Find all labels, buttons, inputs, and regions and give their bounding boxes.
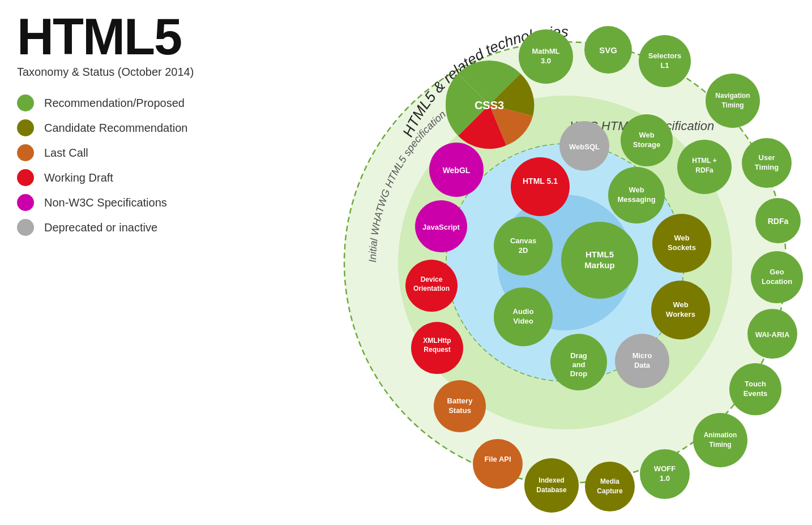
- svg-text:Indexed: Indexed: [539, 476, 564, 484]
- svg-point-67: [511, 157, 570, 216]
- legend-dot-deprecated: [17, 219, 34, 236]
- svg-text:WebSQL: WebSQL: [569, 143, 600, 151]
- svg-text:File API: File API: [484, 455, 511, 463]
- legend-label-candidate: Candidate Recommendation: [44, 122, 188, 135]
- legend-label-lastcall: Last Call: [44, 147, 88, 160]
- svg-text:Events: Events: [743, 389, 768, 398]
- svg-text:Video: Video: [513, 317, 533, 325]
- legend-dot-lastcall: [17, 144, 34, 161]
- svg-text:Timing: Timing: [755, 163, 779, 171]
- svg-text:Workers: Workers: [666, 310, 695, 319]
- svg-text:JavaScript: JavaScript: [422, 223, 460, 231]
- svg-point-16: [706, 74, 760, 128]
- svg-text:Drag: Drag: [570, 351, 587, 360]
- svg-text:Media: Media: [600, 477, 619, 485]
- svg-text:and: and: [572, 360, 585, 369]
- svg-text:Canvas: Canvas: [510, 236, 536, 245]
- svg-text:Touch: Touch: [745, 380, 766, 388]
- svg-text:Device: Device: [421, 276, 443, 283]
- svg-text:Timing: Timing: [721, 101, 743, 109]
- svg-text:Messaging: Messaging: [617, 195, 655, 204]
- svg-text:Selectors: Selectors: [648, 51, 682, 60]
- legend-item-nonw3c: Non-W3C Specifications: [17, 194, 232, 211]
- legend-dot-candidate: [17, 119, 34, 136]
- svg-text:Web: Web: [674, 234, 689, 242]
- svg-text:HTML 5.1: HTML 5.1: [523, 177, 558, 186]
- diagram: HTML5 & related technologies W3C HTML5 s…: [302, 0, 812, 525]
- svg-text:Micro: Micro: [632, 351, 652, 360]
- svg-text:3.0: 3.0: [541, 57, 551, 65]
- legend-label-deprecated: Deprecated or inactive: [44, 221, 157, 234]
- svg-text:1.0: 1.0: [660, 474, 670, 483]
- svg-point-32: [693, 413, 747, 467]
- svg-text:L1: L1: [660, 61, 669, 70]
- svg-text:Drop: Drop: [570, 369, 587, 378]
- svg-text:WAI-ARIA: WAI-ARIA: [755, 330, 790, 339]
- legend-item-working: Working Draft: [17, 169, 232, 186]
- svg-text:Location: Location: [762, 277, 792, 286]
- left-panel: HTML5 Taxonomy & Status (October 2014) R…: [17, 11, 232, 244]
- svg-text:Capture: Capture: [597, 487, 623, 495]
- svg-text:Storage: Storage: [633, 140, 660, 149]
- legend-label-working: Working Draft: [44, 171, 113, 184]
- subtitle: Taxonomy & Status (October 2014): [17, 66, 232, 79]
- svg-text:Orientation: Orientation: [413, 285, 450, 292]
- legend-label-recommendation: Recommendation/Proposed: [44, 97, 185, 110]
- svg-text:Web: Web: [629, 186, 644, 194]
- svg-point-44: [473, 439, 523, 489]
- legend-item-lastcall: Last Call: [17, 144, 232, 161]
- svg-text:Navigation: Navigation: [715, 92, 750, 100]
- svg-text:2D: 2D: [519, 246, 528, 255]
- svg-point-38: [585, 462, 635, 511]
- svg-text:RDFa: RDFa: [768, 217, 789, 226]
- main-title: HTML5: [17, 11, 232, 62]
- svg-text:User: User: [759, 153, 775, 162]
- svg-text:Geo: Geo: [770, 268, 784, 276]
- legend-dot-recommendation: [17, 94, 34, 111]
- svg-text:Request: Request: [424, 346, 450, 354]
- svg-text:Audio: Audio: [513, 307, 534, 316]
- legend-item-candidate: Candidate Recommendation: [17, 119, 232, 136]
- svg-text:WebGL: WebGL: [443, 166, 471, 175]
- svg-text:Status: Status: [448, 406, 471, 415]
- svg-text:Sockets: Sockets: [668, 243, 696, 252]
- svg-text:HTML +: HTML +: [692, 157, 716, 165]
- svg-text:CSS3: CSS3: [475, 99, 504, 111]
- svg-point-41: [524, 458, 579, 513]
- legend-item-deprecated: Deprecated or inactive: [17, 219, 232, 236]
- svg-text:Database: Database: [536, 486, 567, 494]
- svg-text:WOFF: WOFF: [654, 464, 676, 473]
- svg-text:Data: Data: [634, 361, 651, 369]
- legend-item-recommendation: Recommendation/Proposed: [17, 94, 232, 111]
- svg-text:HTML5: HTML5: [586, 249, 614, 259]
- svg-text:Web: Web: [673, 300, 688, 309]
- svg-text:Animation: Animation: [704, 431, 737, 439]
- svg-text:Markup: Markup: [584, 260, 614, 270]
- legend-label-nonw3c: Non-W3C Specifications: [44, 196, 167, 209]
- svg-text:Web: Web: [639, 131, 654, 139]
- legend-dot-nonw3c: [17, 194, 34, 211]
- svg-text:Timing: Timing: [709, 441, 731, 449]
- svg-text:XMLHttp: XMLHttp: [423, 337, 451, 345]
- svg-text:SVG: SVG: [599, 45, 617, 55]
- legend-dot-working: [17, 169, 34, 186]
- svg-text:RDFa: RDFa: [695, 166, 713, 174]
- svg-text:Battery: Battery: [447, 397, 473, 405]
- svg-text:MathML: MathML: [532, 47, 559, 55]
